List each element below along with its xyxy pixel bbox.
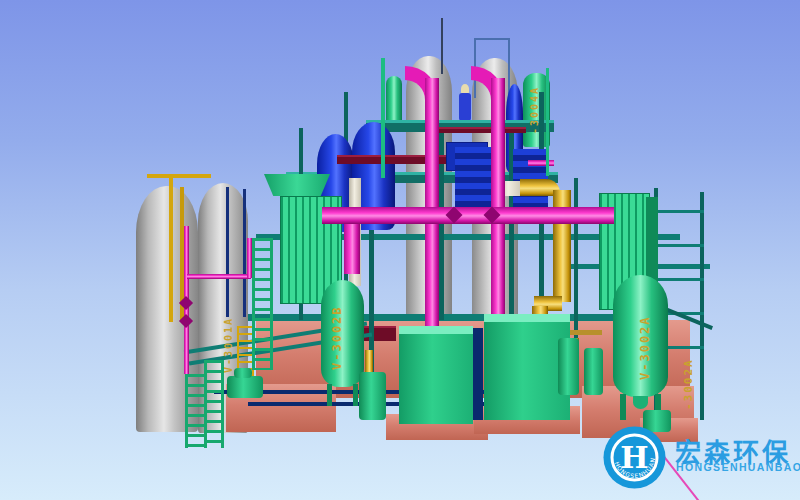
magenta-stub — [528, 160, 554, 166]
magenta-riser-1 — [425, 78, 439, 330]
magenta-drop-pipe — [344, 218, 360, 274]
pump-left-motor — [234, 368, 252, 378]
vent-pipe-1 — [441, 18, 443, 74]
yellow-pipe-horizontal — [147, 174, 211, 178]
tag-label-3002a-callout: -3002A — [682, 348, 695, 420]
blue-panel-2 — [513, 149, 548, 207]
vessel-leg — [620, 394, 626, 420]
small-green-column — [386, 76, 402, 126]
tag-label-v3002a: V-3002A — [638, 298, 652, 398]
plant-3d-render: V-3001A V-3002B V-3002A -3002A -3004A HO… — [0, 0, 800, 500]
green-tank-box-1 — [399, 326, 473, 424]
logo-mark: HONGSENHUANBAO H — [603, 426, 666, 489]
tag-label-v3002b: V-3002B — [330, 286, 344, 390]
tag-label-v3001a: V-3001A — [223, 304, 234, 386]
green-ladder-mid — [252, 238, 273, 370]
pump-center — [359, 372, 386, 420]
pump-right-1 — [558, 338, 579, 395]
magenta-pipe-left-horizontal — [187, 274, 251, 279]
yellow-pipe-vertical-1 — [169, 178, 173, 322]
logo-name-english: HONGSENHUANBAO — [676, 461, 800, 473]
green-frame-line-2 — [546, 68, 549, 176]
thin-blue-pipe-1 — [226, 187, 229, 317]
green-frame-line-1 — [381, 58, 385, 178]
tag-label-3004a: -3004A — [529, 78, 540, 142]
maroon-beam-2 — [438, 127, 526, 133]
green-ladder-bottom-2 — [204, 360, 224, 448]
vessel-leg — [353, 384, 358, 406]
green-hopper — [264, 174, 330, 196]
logo-monogram: H — [620, 440, 648, 475]
magenta-main-header — [322, 207, 614, 224]
blue-panel-1 — [455, 147, 494, 207]
pump-right-2 — [584, 348, 603, 395]
frame-column — [700, 192, 704, 420]
thin-blue-pipe-2 — [243, 189, 246, 317]
worker-figure-body — [459, 93, 471, 121]
beam-2 — [248, 314, 652, 321]
